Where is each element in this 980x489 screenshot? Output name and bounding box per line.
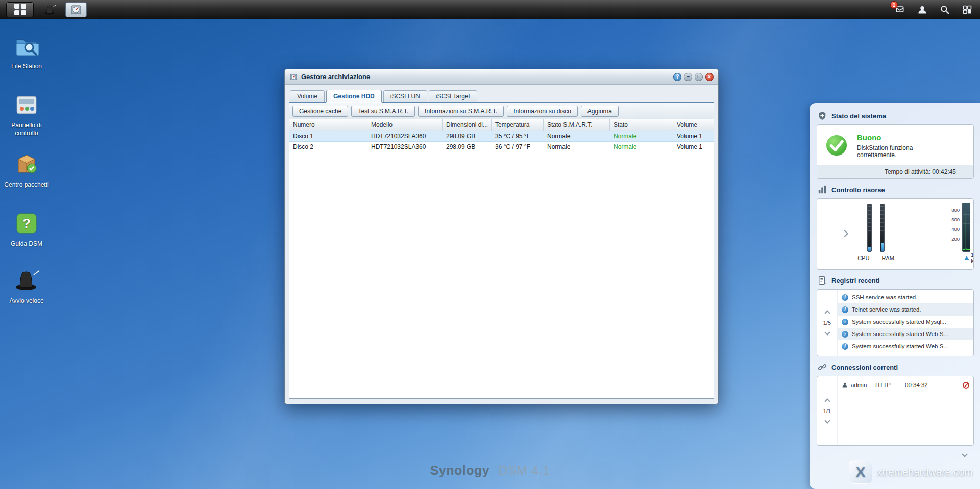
tab-volume[interactable]: Volume <box>290 90 325 102</box>
desktop-icon-package-center[interactable]: Centro pacchetti <box>3 152 50 189</box>
column-header[interactable]: Numero <box>289 119 368 131</box>
cell-volume: Volume 1 <box>673 133 714 140</box>
cpu-label: CPU <box>857 255 869 261</box>
desktop-icon-label: Avvio veloce <box>3 297 50 304</box>
table-empty-area <box>289 152 714 398</box>
refresh-button[interactable]: Aggiorna <box>581 106 619 117</box>
desktop-watermark: Synology DSM 4.1 <box>430 463 550 478</box>
column-header[interactable]: Temperatura <box>492 119 544 131</box>
smart-test-button[interactable]: Test su S.M.A.R.T. <box>351 106 415 117</box>
site-watermark: xtremehardware.com <box>849 460 973 484</box>
log-item[interactable]: System successfully started Web S... <box>838 340 973 352</box>
column-header[interactable]: Volume <box>673 119 714 131</box>
cell-dimensioni: 298.09 GB <box>443 133 492 140</box>
window-help-button[interactable] <box>673 73 681 81</box>
logs-page-down-button[interactable] <box>824 329 830 335</box>
log-item[interactable]: System successfully started Mysql... <box>838 316 973 328</box>
connections-page-down-button[interactable] <box>824 418 830 423</box>
log-item[interactable]: System successfully started Web S... <box>838 328 973 340</box>
connection-item[interactable]: admin HTTP 00:34:32 <box>838 378 973 391</box>
log-text: System successfully started Web S... <box>852 331 948 337</box>
cell-modello: HDT721032SLA360 <box>368 143 443 150</box>
smart-info-button[interactable]: Informazioni su S.M.A.R.T. <box>418 106 504 117</box>
widget-title: Registri recenti <box>831 277 880 285</box>
pilot-view-button[interactable] <box>961 3 974 16</box>
log-text: Telnet service was started. <box>852 306 921 313</box>
quick-start-icon <box>14 268 39 293</box>
log-text: System successfully started Web S... <box>852 343 948 349</box>
cache-management-button[interactable]: Gestione cache <box>292 106 348 117</box>
resource-monitor-header: Controllo risorse <box>818 185 973 194</box>
ram-gauge <box>880 204 885 252</box>
log-text: System successfully started Mysql... <box>852 319 946 325</box>
table-row-disk2[interactable]: Disco 2 HDT721032SLA360 298.09 GB 36 °C … <box>289 142 714 152</box>
connections-page-up-button[interactable] <box>824 398 830 404</box>
package-center-icon <box>14 152 39 176</box>
notifications-button[interactable]: 1 <box>893 3 906 16</box>
recent-logs-header: Registri recenti <box>818 276 973 285</box>
search-button[interactable] <box>938 3 951 16</box>
disconnect-icon[interactable] <box>963 382 969 389</box>
status-value: Buono <box>857 133 939 142</box>
column-header[interactable]: Stato S.M.A.R.T. <box>544 119 610 131</box>
logs-page-up-button[interactable] <box>824 310 830 316</box>
tab-gestione-hdd[interactable]: Gestione HDD <box>326 90 382 103</box>
table-row-disk1[interactable]: Disco 1 HDT721032SLA360 298.09 GB 35 °C … <box>289 131 714 142</box>
tab-iscsi-target[interactable]: iSCSI Target <box>429 90 477 102</box>
log-icon <box>818 276 827 285</box>
user-icon <box>917 5 927 15</box>
hdd-management-pane: Gestione cache Test su S.M.A.R.T. Inform… <box>289 102 714 399</box>
panel-collapse-button[interactable] <box>962 451 967 457</box>
window-title-icon <box>289 73 298 81</box>
cell-stato: Normale <box>610 133 673 140</box>
window-close-button[interactable] <box>705 73 714 81</box>
desktop-icon-control-panel[interactable]: Pannello di controllo <box>3 93 50 137</box>
column-header[interactable]: Stato <box>610 119 673 131</box>
cell-temperatura: 36 °C / 97 °F <box>492 143 544 150</box>
desktop-icon-file-station[interactable]: File Station <box>3 34 50 70</box>
network-rates: 1 KB/s 1 KB/s <box>962 252 970 264</box>
disk-info-button[interactable]: Informazioni su disco <box>507 106 578 117</box>
log-item[interactable]: Telnet service was started. <box>838 303 973 316</box>
connection-protocol: HTTP <box>875 382 902 388</box>
network-chart <box>962 203 970 252</box>
desktop-icon-quick-start[interactable]: Avvio veloce <box>3 268 50 305</box>
link-icon <box>818 363 827 372</box>
desktop-icon-label: Guida DSM <box>3 240 50 247</box>
cell-smart: Normale <box>544 133 610 140</box>
widget-title: Controllo risorse <box>831 186 885 194</box>
network-chart-line <box>963 203 970 251</box>
main-menu-button[interactable] <box>6 2 34 17</box>
cell-smart: Normale <box>544 143 610 150</box>
info-icon <box>842 343 848 350</box>
user-menu-button[interactable] <box>916 3 929 16</box>
user-icon <box>842 382 848 388</box>
status-description: DiskStation funziona correttamente. <box>857 144 939 159</box>
window-titlebar[interactable]: Gestore archiviazione <box>285 69 718 85</box>
info-icon <box>842 306 848 313</box>
svg-text:?: ? <box>22 216 31 231</box>
desktop-icon-dsm-help[interactable]: ? Guida DSM <box>3 211 50 248</box>
control-panel-icon <box>14 93 39 117</box>
window-maximize-button[interactable] <box>695 73 703 81</box>
main-menu-icon <box>14 4 26 15</box>
resource-monitor-expand-button[interactable] <box>842 229 847 238</box>
cell-volume: Volume 1 <box>673 143 714 150</box>
log-text: SSH service was started. <box>852 294 917 300</box>
taskbar-app-quick-start[interactable] <box>39 2 60 17</box>
logs-page-indicator: 1/5 <box>823 320 831 326</box>
magic-hat-icon <box>43 4 56 16</box>
pilot-view-icon <box>962 5 972 15</box>
taskbar-app-storage-manager[interactable] <box>65 2 87 17</box>
column-header[interactable]: Dimensioni di... <box>443 119 492 131</box>
window-minimize-button[interactable] <box>684 73 692 81</box>
system-status-header: Stato del sistema <box>818 111 973 120</box>
tab-iscsi-lun[interactable]: iSCSI LUN <box>383 90 427 102</box>
connections-header: Connessioni correnti <box>818 363 973 372</box>
resource-monitor-widget: 800 600 400 200 CPU RAM 1 KB/s <box>817 198 974 270</box>
column-header[interactable]: Modello <box>368 119 443 131</box>
connections-pager: 1/1 <box>817 376 838 445</box>
cell-stato: Normale <box>610 143 673 150</box>
log-item[interactable]: SSH service was started. <box>838 291 973 303</box>
upload-icon <box>964 256 969 260</box>
